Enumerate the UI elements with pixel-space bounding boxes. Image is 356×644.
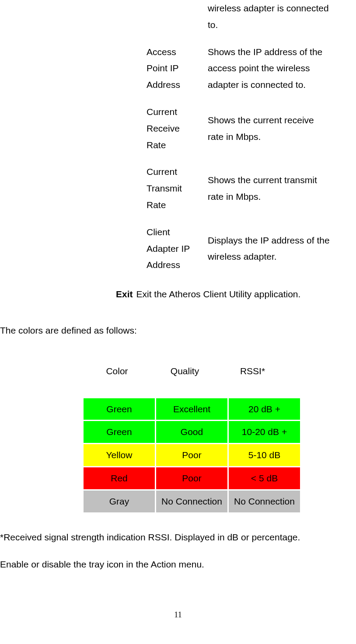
definition-description: Displays the IP address of the wireless … (208, 224, 330, 284)
color-table: GreenExcellent20 dB +GreenGood10-20 dB +… (82, 397, 301, 514)
colors-intro-text: The colors are defined as follows: (0, 322, 356, 339)
color-table-cell-rssi: 10-20 dB + (229, 421, 300, 443)
color-table-cell-color: Green (84, 398, 155, 420)
definition-row-client-ip: Client Adapter IP Address Displays the I… (147, 224, 330, 284)
definition-row-rx-rate: Current Receive Rate Shows the current r… (147, 104, 330, 164)
action-menu-note: Enable or disable the tray icon in the A… (0, 556, 356, 573)
color-table-header-color: Color (83, 363, 151, 379)
color-table-header-rssi: RSSI* (219, 363, 286, 379)
page-number: 11 (0, 608, 356, 622)
color-table-row: GreenGood10-20 dB + (84, 421, 300, 443)
color-table-cell-color: Red (84, 467, 155, 489)
exit-description: Exit the Atheros Client Utility applicat… (136, 286, 329, 303)
color-table-row: RedPoor< 5 dB (84, 467, 300, 489)
definition-label: Current Receive Rate (147, 104, 208, 164)
definition-row-tx-rate: Current Transmit Rate Shows the current … (147, 164, 330, 223)
definition-description: Shows the current transmit rate in Mbps. (208, 164, 330, 223)
color-table-cell-quality: No Connection (156, 491, 227, 512)
definition-label (147, 0, 208, 44)
color-table-row: YellowPoor5-10 dB (84, 444, 300, 466)
rssi-footnote: *Received signal strength indication RSS… (0, 529, 356, 546)
color-table-cell-color: Yellow (84, 444, 155, 466)
color-table-cell-quality: Good (156, 421, 227, 443)
color-table-cell-quality: Excellent (156, 398, 227, 420)
color-table-cell-rssi: 5-10 dB (229, 444, 300, 466)
color-table-cell-rssi: 20 dB + (229, 398, 300, 420)
definition-row-partial: wireless adapter is connected to. (147, 0, 330, 44)
exit-label: Exit (116, 286, 133, 303)
definition-row-ap-ip: Access Point IP Address Shows the IP add… (147, 44, 330, 104)
definition-label: Client Adapter IP Address (147, 224, 208, 284)
color-table-row: GreenExcellent20 dB + (84, 398, 300, 420)
color-table-header-quality: Quality (151, 363, 219, 379)
color-table-cell-color: Gray (84, 491, 155, 512)
definition-description: Shows the current receive rate in Mbps. (208, 104, 330, 164)
color-table-header-row: Color Quality RSSI* (83, 363, 356, 379)
definition-table: wireless adapter is connected to. Access… (147, 0, 330, 284)
definition-label: Access Point IP Address (147, 44, 208, 104)
exit-row: Exit Exit the Atheros Client Utility app… (116, 286, 356, 303)
color-table-cell-rssi: No Connection (229, 491, 300, 512)
definition-description: Shows the IP address of the access point… (208, 44, 330, 104)
color-table-row: GrayNo ConnectionNo Connection (84, 491, 300, 512)
color-table-cell-quality: Poor (156, 467, 227, 489)
definition-description: wireless adapter is connected to. (208, 0, 330, 44)
color-table-cell-rssi: < 5 dB (229, 467, 300, 489)
definition-label: Current Transmit Rate (147, 164, 208, 223)
color-table-cell-color: Green (84, 421, 155, 443)
color-table-cell-quality: Poor (156, 444, 227, 466)
